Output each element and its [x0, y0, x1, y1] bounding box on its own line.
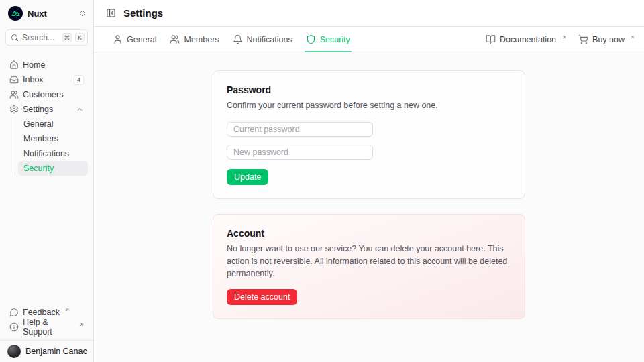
- sidebar-item-label: Home: [23, 60, 45, 70]
- shield-icon: [306, 34, 316, 44]
- search-placeholder: Search...: [22, 33, 59, 42]
- password-card-title: Password: [227, 84, 511, 95]
- tabbar-actions: Documentation Buy now: [486, 27, 635, 52]
- collapse-sidebar-button[interactable]: [105, 7, 117, 19]
- external-link-icon: [561, 35, 566, 40]
- sidebar-item-label: Inbox: [23, 75, 44, 84]
- sidebar-item-label: General: [23, 119, 53, 129]
- sidebar-item-security[interactable]: Security: [18, 161, 88, 176]
- org-switcher[interactable]: Nuxt: [0, 0, 93, 27]
- info-icon: [9, 322, 19, 332]
- settings-security-content: Password Confirm your current password b…: [94, 52, 644, 362]
- settings-tabbar: General Members Notifications Security: [94, 27, 644, 52]
- panel-left-close-icon: [106, 8, 116, 18]
- account-card-title: Account: [227, 228, 511, 239]
- sidebar-item-label: Members: [23, 134, 58, 143]
- help-support-link[interactable]: Help & Support: [5, 320, 88, 335]
- user-name: Benjamin Canac: [25, 347, 87, 356]
- tab-members[interactable]: Members: [168, 27, 220, 52]
- password-card: Password Confirm your current password b…: [213, 70, 525, 199]
- delete-account-button[interactable]: Delete account: [227, 289, 297, 305]
- app-window: Nuxt Search... ⌘ K Home: [0, 0, 644, 362]
- page-header: Settings: [94, 0, 644, 27]
- sidebar-item-home[interactable]: Home: [5, 58, 88, 72]
- search-icon: [11, 34, 19, 42]
- footer-link-label: Feedback: [23, 308, 60, 317]
- home-icon: [9, 60, 19, 70]
- gear-icon: [9, 105, 19, 114]
- chevrons-up-down-icon: [78, 9, 87, 17]
- sidebar-item-customers[interactable]: Customers: [5, 87, 88, 102]
- sidebar-item-notifications[interactable]: Notifications: [18, 146, 88, 161]
- sidebar-item-inbox[interactable]: Inbox 4: [5, 72, 88, 87]
- sidebar-item-settings[interactable]: Settings: [5, 102, 88, 117]
- action-label: Buy now: [592, 35, 625, 44]
- user-icon: [113, 34, 123, 44]
- tab-label: Notifications: [247, 35, 292, 44]
- documentation-link[interactable]: Documentation: [486, 34, 566, 44]
- buy-now-link[interactable]: Buy now: [578, 34, 635, 44]
- tab-notifications[interactable]: Notifications: [231, 27, 294, 52]
- inbox-count-badge: 4: [74, 75, 84, 85]
- sidebar-item-general[interactable]: General: [18, 117, 88, 131]
- current-password-field[interactable]: [227, 122, 373, 137]
- kbd-meta: ⌘: [62, 33, 72, 42]
- kbd-k: K: [75, 33, 85, 42]
- bell-icon: [233, 34, 243, 44]
- password-card-description: Confirm your current password before set…: [227, 99, 511, 112]
- avatar: [7, 345, 21, 358]
- message-icon: [9, 308, 19, 317]
- chevron-up-icon: [76, 105, 84, 113]
- users-icon: [170, 34, 180, 44]
- account-card-description: No longer want to use our service? You c…: [227, 243, 508, 280]
- page-title: Settings: [123, 7, 163, 19]
- inbox-icon: [9, 75, 19, 84]
- settings-submenu: General Members Notifications Security: [15, 117, 88, 176]
- search-input[interactable]: Search... ⌘ K: [5, 29, 88, 46]
- new-password-field[interactable]: [227, 145, 373, 160]
- external-link-icon: [65, 308, 70, 312]
- main-panel: Settings General Members Notifications: [94, 0, 644, 362]
- sidebar-item-label: Notifications: [23, 149, 69, 158]
- sidebar-item-label: Customers: [23, 90, 63, 99]
- org-name: Nuxt: [28, 9, 47, 19]
- tab-label: Members: [184, 35, 219, 44]
- sidebar-item-label: Settings: [23, 105, 53, 114]
- footer-link-label: Help & Support: [23, 318, 74, 337]
- external-link-icon: [79, 322, 84, 327]
- action-label: Documentation: [500, 35, 556, 44]
- sidebar-item-label: Security: [23, 164, 54, 173]
- users-icon: [9, 90, 19, 99]
- book-open-icon: [486, 34, 496, 44]
- sidebar-footer: Feedback Help & Support: [0, 301, 93, 340]
- nuxt-logo-icon: [8, 6, 23, 21]
- sidebar-nav: Home Inbox 4 Customers Settings: [0, 52, 93, 176]
- tab-label: General: [127, 35, 156, 44]
- sidebar-item-members[interactable]: Members: [18, 131, 88, 146]
- user-menu[interactable]: Benjamin Canac: [0, 340, 93, 362]
- update-password-button[interactable]: Update: [227, 169, 268, 185]
- tab-general[interactable]: General: [111, 27, 158, 52]
- shopping-cart-icon: [578, 34, 588, 44]
- external-link-icon: [630, 35, 635, 40]
- tab-security[interactable]: Security: [305, 27, 352, 52]
- tab-label: Security: [320, 35, 350, 44]
- sidebar: Nuxt Search... ⌘ K Home: [0, 0, 94, 362]
- account-card: Account No longer want to use our servic…: [213, 214, 525, 319]
